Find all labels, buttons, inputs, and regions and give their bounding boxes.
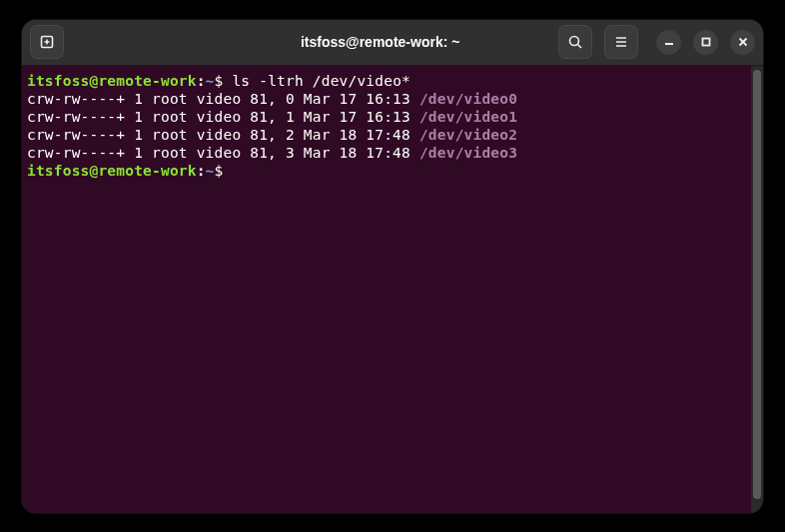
prompt-user-host: itsfoss@remote-work — [27, 73, 197, 89]
device-path: /dev/video2 — [419, 127, 517, 143]
minimize-icon — [664, 37, 674, 47]
terminal-area: itsfoss@remote-work:~$ ls -ltrh /dev/vid… — [22, 66, 763, 513]
maximize-button[interactable] — [693, 30, 718, 55]
new-tab-button[interactable] — [30, 25, 64, 59]
svg-rect-9 — [702, 39, 709, 46]
prompt-symbol: $ — [215, 163, 233, 179]
command-text: ls -ltrh /dev/video* — [232, 73, 410, 89]
prompt-symbol: $ — [215, 73, 233, 89]
minimize-button[interactable] — [656, 30, 681, 55]
output-line: crw-rw----+ 1 root video 81, 2 Mar 18 17… — [27, 126, 746, 144]
search-icon — [567, 34, 583, 50]
device-path: /dev/video3 — [419, 145, 517, 161]
device-path: /dev/video1 — [419, 109, 517, 125]
output-line: crw-rw----+ 1 root video 81, 3 Mar 18 17… — [27, 144, 746, 162]
prompt-cwd: ~ — [206, 163, 215, 179]
file-details: crw-rw----+ 1 root video 81, 3 Mar 18 17… — [27, 145, 419, 161]
terminal-content[interactable]: itsfoss@remote-work:~$ ls -ltrh /dev/vid… — [22, 66, 751, 513]
close-button[interactable] — [730, 30, 755, 55]
svg-point-3 — [570, 37, 579, 46]
new-tab-icon — [39, 34, 55, 50]
file-details: crw-rw----+ 1 root video 81, 0 Mar 17 16… — [27, 91, 419, 107]
file-details: crw-rw----+ 1 root video 81, 2 Mar 18 17… — [27, 127, 419, 143]
prompt-user-host: itsfoss@remote-work — [27, 163, 197, 179]
menu-button[interactable] — [604, 25, 638, 59]
maximize-icon — [701, 37, 711, 47]
titlebar: itsfoss@remote-work: ~ — [22, 20, 763, 66]
device-path: /dev/video0 — [419, 91, 517, 107]
scrollbar-track[interactable] — [751, 66, 763, 513]
file-details: crw-rw----+ 1 root video 81, 1 Mar 17 16… — [27, 109, 419, 125]
svg-line-4 — [578, 45, 582, 49]
terminal-window: itsfoss@remote-work: ~ — [22, 20, 763, 513]
output-line: crw-rw----+ 1 root video 81, 1 Mar 17 16… — [27, 108, 746, 126]
prompt-line: itsfoss@remote-work:~$ — [27, 162, 746, 180]
close-icon — [738, 37, 748, 47]
window-title: itsfoss@remote-work: ~ — [208, 34, 552, 50]
scrollbar-thumb[interactable] — [753, 70, 761, 499]
hamburger-icon — [613, 34, 629, 50]
prompt-cwd: ~ — [206, 73, 215, 89]
search-button[interactable] — [558, 25, 592, 59]
prompt-separator: : — [197, 73, 206, 89]
command-line: itsfoss@remote-work:~$ ls -ltrh /dev/vid… — [27, 72, 746, 90]
output-line: crw-rw----+ 1 root video 81, 0 Mar 17 16… — [27, 90, 746, 108]
prompt-separator: : — [197, 163, 206, 179]
